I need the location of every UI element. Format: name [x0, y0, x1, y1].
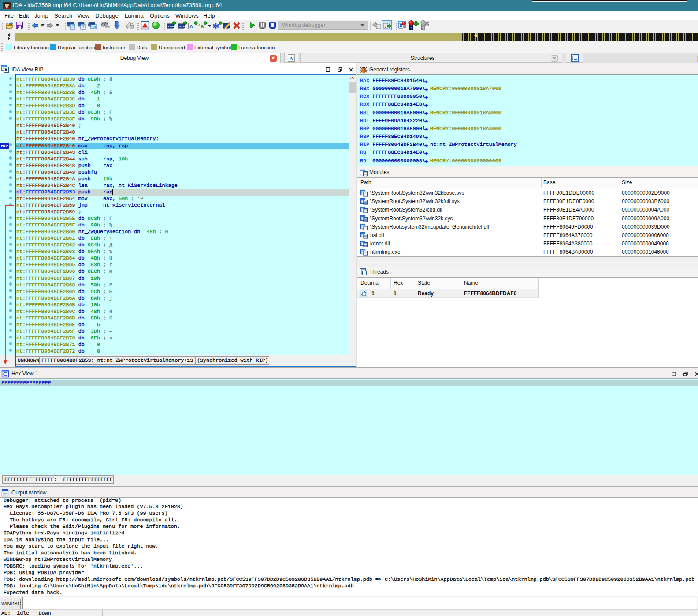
svg-text:#: # — [71, 24, 74, 29]
svg-text:101: 101 — [91, 25, 97, 29]
svg-text:‘s: ‘s — [197, 23, 204, 30]
svg-text:c: c — [377, 25, 379, 29]
svg-text:T: T — [82, 24, 84, 29]
svg-text:A: A — [290, 56, 293, 61]
svg-text:CODE: CODE — [166, 25, 174, 28]
svg-text:c: c — [385, 24, 387, 29]
svg-text:A: A — [189, 24, 193, 29]
svg-text:DATA: DATA — [178, 25, 185, 28]
